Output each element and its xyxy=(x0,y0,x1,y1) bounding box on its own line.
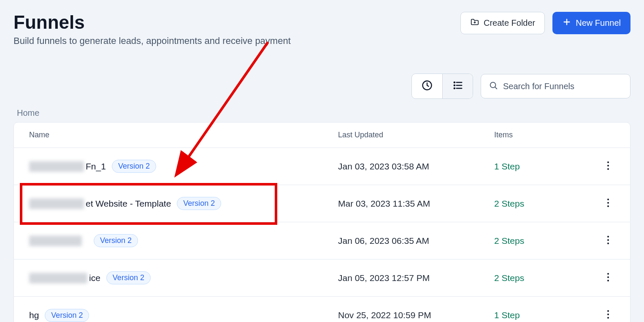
svg-point-4 xyxy=(490,82,496,88)
funnel-name: Fn_1 xyxy=(86,161,106,172)
svg-point-5 xyxy=(607,161,609,163)
funnels-table: Name Last Updated Items Fn_1 Version 2 J… xyxy=(14,122,630,322)
list-view-toggle[interactable] xyxy=(442,74,473,98)
page-title: Funnels xyxy=(14,12,291,33)
table-row[interactable]: Version 2 Jan 06, 2023 06:35 AM 2 Steps xyxy=(14,222,630,259)
new-funnel-button[interactable]: New Funnel xyxy=(552,12,630,34)
funnel-name: et Website - Template xyxy=(86,199,171,209)
funnel-name-cell: Fn_1 Version 2 xyxy=(29,160,338,173)
table-header-row: Name Last Updated Items xyxy=(14,123,630,148)
col-name: Name xyxy=(29,131,338,139)
redacted-text xyxy=(29,161,84,172)
more-vertical-icon xyxy=(607,273,609,284)
version-badge: Version 2 xyxy=(94,234,138,247)
col-items: Items xyxy=(494,131,579,139)
page-subtitle: Build funnels to generate leads, appoint… xyxy=(14,35,291,46)
funnel-items: 1 Step xyxy=(494,161,579,172)
row-more-button[interactable] xyxy=(601,160,615,173)
search-icon xyxy=(489,81,498,92)
more-vertical-icon xyxy=(607,161,609,172)
svg-point-16 xyxy=(607,280,609,281)
svg-point-1 xyxy=(454,82,455,83)
svg-point-15 xyxy=(607,276,609,278)
svg-point-17 xyxy=(607,310,609,312)
version-badge: Version 2 xyxy=(112,160,156,173)
redacted-text xyxy=(29,199,84,209)
folder-plus-icon xyxy=(470,17,479,29)
funnel-items: 1 Step xyxy=(494,310,579,320)
create-folder-button[interactable]: Create Folder xyxy=(460,12,545,34)
svg-point-13 xyxy=(607,243,609,244)
svg-point-11 xyxy=(607,236,609,237)
version-badge: Version 2 xyxy=(106,271,151,284)
row-more-button[interactable] xyxy=(601,308,615,322)
clock-icon xyxy=(421,79,433,93)
table-row[interactable]: ice Version 2 Jan 05, 2023 12:57 PM 2 St… xyxy=(14,259,630,297)
funnel-updated: Jan 06, 2023 06:35 AM xyxy=(338,236,494,246)
funnel-items: 2 Steps xyxy=(494,273,579,283)
more-vertical-icon xyxy=(607,235,609,246)
funnel-items: 2 Steps xyxy=(494,199,579,209)
version-badge: Version 2 xyxy=(45,309,89,322)
svg-point-2 xyxy=(454,85,455,86)
svg-point-6 xyxy=(607,165,609,166)
more-vertical-icon xyxy=(607,310,609,321)
search-input[interactable] xyxy=(503,82,622,91)
svg-point-10 xyxy=(607,205,609,207)
breadcrumb[interactable]: Home xyxy=(14,108,630,118)
funnel-name: ice xyxy=(89,273,100,283)
funnel-updated: Nov 25, 2022 10:59 PM xyxy=(338,310,494,320)
svg-point-19 xyxy=(607,317,609,319)
table-row[interactable]: et Website - Template Version 2 Mar 03, … xyxy=(14,185,630,222)
funnel-updated: Mar 03, 2023 11:35 AM xyxy=(338,199,494,209)
funnel-name-cell: et Website - Template Version 2 xyxy=(29,197,338,210)
svg-point-7 xyxy=(607,168,609,170)
svg-point-18 xyxy=(607,314,609,315)
funnel-name-cell: Version 2 xyxy=(29,234,338,247)
row-more-button[interactable] xyxy=(601,197,615,210)
table-row[interactable]: Fn_1 Version 2 Jan 03, 2023 03:58 AM 1 S… xyxy=(14,148,630,185)
new-funnel-label: New Funnel xyxy=(576,18,621,28)
recent-view-toggle[interactable] xyxy=(412,74,442,98)
funnel-items: 2 Steps xyxy=(494,236,579,246)
svg-point-8 xyxy=(607,199,609,200)
svg-point-3 xyxy=(454,88,455,89)
table-row[interactable]: hg Version 2 Nov 25, 2022 10:59 PM 1 Ste… xyxy=(14,297,630,322)
funnel-name-cell: ice Version 2 xyxy=(29,271,338,284)
funnel-name: hg xyxy=(29,310,39,320)
row-more-button[interactable] xyxy=(601,234,615,248)
search-field-wrapper[interactable] xyxy=(481,74,630,98)
create-folder-label: Create Folder xyxy=(484,18,535,28)
funnel-updated: Jan 05, 2023 12:57 PM xyxy=(338,273,494,283)
row-more-button[interactable] xyxy=(601,271,615,285)
col-updated: Last Updated xyxy=(338,131,494,139)
view-toggle-group xyxy=(411,74,473,99)
funnel-updated: Jan 03, 2023 03:58 AM xyxy=(338,161,494,172)
svg-point-12 xyxy=(607,239,609,241)
more-vertical-icon xyxy=(607,198,609,209)
svg-point-14 xyxy=(607,273,609,275)
plus-icon xyxy=(562,17,571,29)
redacted-text xyxy=(29,273,87,283)
svg-point-9 xyxy=(607,202,609,204)
list-icon xyxy=(452,79,464,93)
redacted-text xyxy=(29,236,82,246)
version-badge: Version 2 xyxy=(177,197,221,210)
funnel-name-cell: hg Version 2 xyxy=(29,309,338,322)
